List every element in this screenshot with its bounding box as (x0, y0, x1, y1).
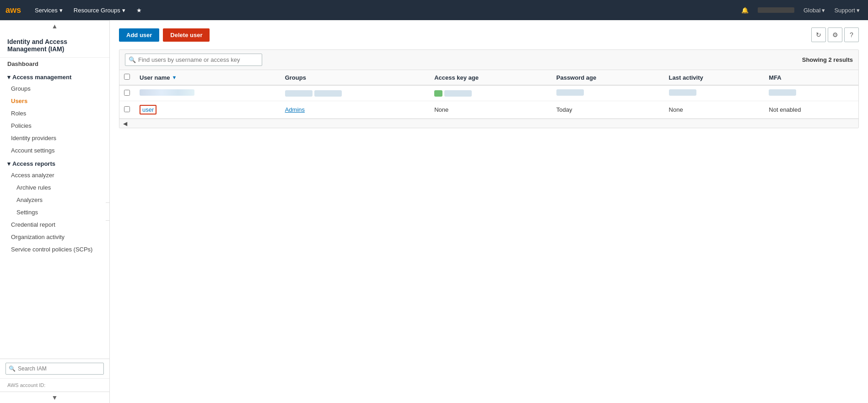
top-navigation: aws Services ▾ Resource Groups ▾ ★ 🔔 Glo… (0, 0, 868, 20)
sidebar-item-credential-report[interactable]: Credential report (0, 218, 109, 231)
support-chevron-icon: ▾ (857, 7, 860, 14)
blurred-group2 (314, 90, 342, 97)
row1-username (134, 85, 280, 101)
table-header-bar: 🔍 Showing 2 results (119, 50, 858, 70)
sidebar-item-org-activity[interactable]: Organization activity (0, 231, 109, 243)
users-table-area: 🔍 Showing 2 results User name (119, 49, 859, 128)
sidebar-item-policies[interactable]: Policies (0, 120, 109, 132)
sidebar-item-roles[interactable]: Roles (0, 107, 109, 120)
col-access-key-age[interactable]: Access key age (429, 70, 551, 85)
sidebar-item-users[interactable]: Users (0, 95, 109, 107)
sidebar-section-access-reports[interactable]: ▾ Access reports (0, 157, 109, 169)
sidebar-item-identity-providers[interactable]: Identity providers (0, 132, 109, 144)
sidebar-item-archive-rules[interactable]: Archive rules (0, 181, 109, 194)
blurred-mfa (769, 89, 796, 96)
admins-group-link[interactable]: Admins (285, 106, 305, 113)
row1-access-key-age (429, 85, 551, 101)
sidebar-item-settings[interactable]: Settings (0, 206, 109, 218)
row2-last-activity: None (663, 101, 764, 119)
sidebar-item-analyzers[interactable]: Analyzers (0, 194, 109, 206)
row2-mfa: Not enabled (763, 101, 858, 119)
main-content: Add user Delete user ↻ ⚙ ? 🔍 (110, 20, 868, 403)
help-icon: ? (850, 31, 853, 38)
sidebar-search-icon: 🔍 (9, 365, 16, 372)
services-label: Services (35, 7, 58, 14)
row2-checkbox[interactable] (124, 106, 130, 112)
table-footer: ◀ (119, 119, 858, 128)
svg-text:aws: aws (5, 5, 21, 15)
col-groups[interactable]: Groups (280, 70, 429, 85)
table-search-input[interactable] (125, 54, 262, 66)
table-row (119, 85, 858, 101)
resource-groups-label: Resource Groups (74, 7, 120, 14)
col-last-activity[interactable]: Last activity (663, 70, 764, 85)
col-username[interactable]: User name ▼ (134, 70, 280, 85)
sidebar-scroll-down[interactable]: ▼ (0, 392, 109, 403)
access-reports-label: Access reports (12, 160, 55, 167)
sidebar-search-input[interactable] (5, 363, 104, 375)
blurred-pwd-age (556, 89, 584, 96)
row2-groups: Admins (280, 101, 429, 119)
blurred-last-activity (669, 89, 696, 96)
help-button[interactable]: ? (844, 27, 859, 42)
support-menu[interactable]: Support ▾ (831, 5, 863, 16)
gear-icon: ⚙ (832, 31, 838, 38)
access-reports-arrow-icon: ▾ (7, 160, 11, 167)
toolbar: Add user Delete user ↻ ⚙ ? (119, 27, 859, 42)
showing-results: Showing 2 results (802, 56, 853, 63)
settings-button[interactable]: ⚙ (828, 27, 842, 42)
resource-groups-menu[interactable]: Resource Groups ▾ (70, 5, 129, 16)
table-row: user Admins None Today None Not enabled (119, 101, 858, 119)
blurred-access-val (444, 90, 472, 97)
sidebar: ▲ Identity and Access Management (IAM) D… (0, 20, 110, 403)
sidebar-item-dashboard[interactable]: Dashboard (0, 58, 109, 70)
row2-access-key-age: None (429, 101, 551, 119)
sidebar-section-access-management[interactable]: ▾ Access management (0, 70, 109, 82)
blurred-username (140, 89, 194, 96)
user-link[interactable]: user (140, 105, 156, 114)
account-name (758, 7, 794, 13)
delete-user-button[interactable]: Delete user (163, 28, 210, 42)
sidebar-account-id: AWS account ID: (0, 378, 109, 392)
sidebar-search-area: 🔍 (0, 359, 109, 378)
select-all-checkbox[interactable] (124, 74, 130, 80)
add-user-button[interactable]: Add user (119, 28, 159, 42)
sort-icon: ▼ (172, 75, 177, 80)
services-chevron-icon: ▾ (59, 7, 63, 14)
row2-password-age: Today (551, 101, 663, 119)
global-label: Global (803, 7, 821, 14)
table-search-icon: 🔍 (129, 56, 136, 63)
sidebar-item-scps[interactable]: Service control policies (SCPs) (0, 243, 109, 256)
services-menu[interactable]: Services ▾ (31, 5, 66, 16)
scroll-left-button[interactable]: ◀ (119, 120, 131, 127)
sidebar-content: ▲ Identity and Access Management (IAM) D… (0, 20, 109, 359)
global-region-menu[interactable]: Global ▾ (801, 5, 828, 16)
sidebar-item-groups[interactable]: Groups (0, 82, 109, 95)
aws-logo: aws (5, 5, 24, 16)
refresh-button[interactable]: ↻ (811, 27, 826, 42)
sidebar-collapse-button[interactable]: ‹ (106, 202, 110, 221)
access-management-arrow-icon: ▾ (7, 74, 11, 81)
table-search-box: 🔍 (125, 54, 262, 66)
sidebar-item-account-settings[interactable]: Account settings (0, 144, 109, 157)
account-menu[interactable] (755, 5, 797, 15)
blurred-group1 (285, 90, 313, 97)
col-password-age[interactable]: Password age (551, 70, 663, 85)
star-icon: ★ (136, 7, 142, 14)
favorites-star[interactable]: ★ (133, 5, 146, 16)
row1-groups (280, 85, 429, 101)
refresh-icon: ↻ (816, 31, 821, 38)
row1-checkbox[interactable] (124, 90, 130, 96)
sidebar-item-access-analyzer[interactable]: Access analyzer (0, 169, 109, 181)
row1-last-activity (663, 85, 764, 101)
col-mfa[interactable]: MFA (763, 70, 858, 85)
account-id-label: AWS account ID: (7, 382, 45, 388)
notifications-bell[interactable]: 🔔 (739, 5, 751, 16)
bell-icon: 🔔 (741, 7, 749, 14)
blurred-access-green (434, 90, 442, 97)
sidebar-title: Identity and Access Management (IAM) (0, 32, 109, 58)
sidebar-scroll-up[interactable]: ▲ (0, 20, 109, 32)
access-management-label: Access management (12, 74, 71, 81)
global-chevron-icon: ▾ (822, 7, 825, 14)
resource-groups-chevron-icon: ▾ (122, 7, 125, 14)
